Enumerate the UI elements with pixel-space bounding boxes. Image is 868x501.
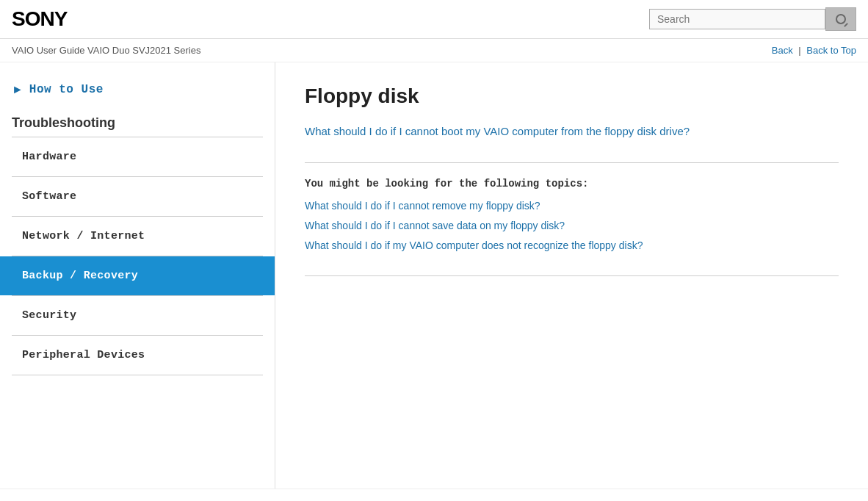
sidebar-item-software[interactable]: Software	[0, 177, 275, 216]
sidebar-item-hardware[interactable]: Hardware	[0, 137, 275, 176]
sidebar-item-hardware-label: Hardware	[22, 151, 76, 163]
nav-separator: |	[798, 45, 803, 56]
sidebar-item-security[interactable]: Security	[0, 296, 275, 335]
following-topics-label: You might be looking for the following t…	[305, 178, 839, 190]
how-to-use-label: How to Use	[29, 83, 104, 96]
nav-links: Back | Back to Top	[772, 45, 856, 56]
sidebar: ► How to Use Troubleshooting Hardware So…	[0, 62, 275, 489]
sidebar-item-peripheral-devices[interactable]: Peripheral Devices	[0, 336, 275, 375]
subtitle-text: VAIO User Guide VAIO Duo SVJ2021 Series	[12, 45, 200, 56]
back-to-top-link[interactable]: Back to Top	[806, 45, 856, 56]
sidebar-item-network-label: Network / Internet	[22, 230, 145, 242]
sidebar-divider-6	[12, 375, 263, 375]
header: SONY	[0, 0, 868, 39]
search-icon	[836, 14, 846, 24]
content-bottom-divider	[305, 275, 839, 276]
main-layout: ► How to Use Troubleshooting Hardware So…	[0, 62, 868, 489]
main-topic-link[interactable]: What should I do if I cannot boot my VAI…	[305, 123, 839, 140]
sidebar-item-how-to-use[interactable]: ► How to Use	[0, 77, 275, 108]
content-area: Floppy disk What should I do if I cannot…	[275, 62, 868, 489]
troubleshooting-title: Troubleshooting	[0, 108, 275, 137]
chevron-right-icon: ►	[12, 83, 23, 96]
sidebar-item-network-internet[interactable]: Network / Internet	[0, 217, 275, 256]
footer: © 2012 Sony Corporation	[0, 489, 868, 501]
sidebar-item-security-label: Security	[22, 309, 76, 322]
search-button[interactable]	[825, 7, 856, 31]
search-area	[649, 7, 856, 31]
secondary-link-1[interactable]: What should I do if I cannot save data o…	[305, 218, 839, 234]
sidebar-item-software-label: Software	[22, 190, 76, 203]
content-divider	[305, 162, 839, 163]
search-input[interactable]	[649, 9, 825, 29]
sidebar-item-peripheral-label: Peripheral Devices	[22, 349, 145, 361]
sidebar-item-backup-recovery[interactable]: Backup / Recovery	[0, 256, 275, 295]
secondary-link-0[interactable]: What should I do if I cannot remove my f…	[305, 198, 839, 214]
page-title: Floppy disk	[305, 84, 839, 108]
sidebar-item-backup-label: Backup / Recovery	[22, 270, 138, 282]
secondary-link-2[interactable]: What should I do if my VAIO computer doe…	[305, 238, 839, 253]
subtitle-bar: VAIO User Guide VAIO Duo SVJ2021 Series …	[0, 39, 868, 62]
back-link[interactable]: Back	[772, 45, 793, 56]
sony-logo: SONY	[12, 7, 67, 31]
